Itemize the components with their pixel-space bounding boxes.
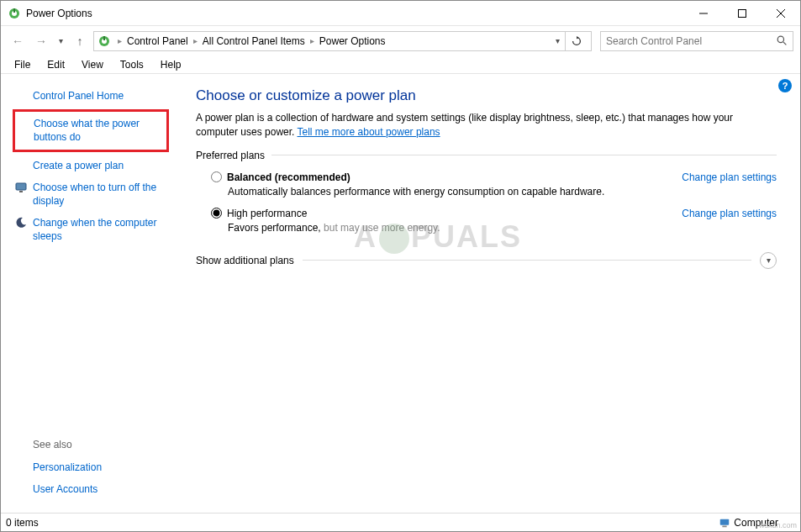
see-also-header: See also [13, 439, 169, 450]
sidebar: Control Panel Home Choose what the power… [1, 74, 177, 513]
search-box[interactable] [600, 31, 793, 51]
plan-high-performance: High performance Change plan settings Fa… [211, 208, 777, 234]
minimize-button[interactable] [684, 1, 723, 26]
menu-edit[interactable]: Edit [39, 57, 73, 72]
computer-icon [719, 517, 730, 529]
svg-line-11 [783, 42, 786, 45]
see-also-section: See also Personalization User Accounts [13, 439, 169, 501]
close-button[interactable] [761, 1, 800, 26]
navbar: ← → ▾ ↑ ▸ Control Panel ▸ All Control Pa… [1, 26, 800, 55]
page-description: A power plan is a collection of hardware… [196, 111, 777, 140]
svg-rect-13 [19, 191, 23, 192]
plan-radio-high-performance[interactable] [211, 208, 222, 219]
see-also-user-accounts[interactable]: User Accounts [13, 479, 169, 499]
breadcrumb-dropdown[interactable]: ▾ [551, 36, 565, 45]
section-label: Preferred plans [196, 150, 265, 161]
svg-rect-9 [103, 36, 105, 40]
display-icon [14, 181, 28, 194]
plan-description: Automatically balances performance with … [228, 186, 777, 198]
svg-rect-15 [723, 525, 727, 527]
plan-balanced: Balanced (recommended) Change plan setti… [211, 171, 777, 198]
plan-name[interactable]: Balanced (recommended) [227, 171, 350, 183]
attribution: wsxdn.com [759, 521, 797, 529]
power-options-icon [97, 34, 111, 48]
up-button[interactable]: ↑ [70, 31, 90, 51]
back-button[interactable]: ← [8, 31, 28, 51]
change-plan-settings[interactable]: Change plan settings [682, 208, 777, 219]
breadcrumb-item[interactable]: All Control Panel Items [201, 35, 307, 47]
menubar: File Edit View Tools Help [1, 55, 800, 74]
breadcrumb[interactable]: ▸ Control Panel ▸ All Control Panel Item… [93, 31, 592, 51]
sidebar-change-sleep[interactable]: Change when the computer sleeps [13, 213, 169, 246]
chevron-down-icon[interactable]: ▾ [760, 252, 777, 269]
plan-radio-balanced[interactable] [211, 171, 222, 182]
status-items: 0 items [6, 517, 719, 529]
refresh-button[interactable] [565, 32, 588, 50]
statusbar: 0 items Computer [1, 513, 800, 531]
change-plan-settings[interactable]: Change plan settings [682, 171, 777, 183]
sidebar-item-label: Change when the computer sleeps [33, 217, 156, 242]
svg-rect-4 [739, 9, 746, 17]
forward-button[interactable]: → [31, 31, 51, 51]
menu-help[interactable]: Help [152, 57, 190, 72]
menu-file[interactable]: File [6, 57, 39, 72]
maximize-button[interactable] [723, 1, 761, 26]
sidebar-create-plan[interactable]: Create a power plan [13, 155, 169, 176]
desc-link[interactable]: Tell me more about power plans [298, 126, 440, 138]
main-content: ? Choose or customize a power plan A pow… [177, 74, 800, 513]
show-additional-plans[interactable]: Show additional plans ▾ [196, 252, 777, 269]
sidebar-item-label: Choose when to turn off the display [33, 182, 156, 207]
plan-description: Favors performance, but may use more ene… [228, 222, 777, 234]
history-dropdown[interactable]: ▾ [55, 31, 66, 51]
chevron-right-icon: ▸ [310, 36, 314, 45]
chevron-right-icon: ▸ [193, 36, 198, 45]
additional-label: Show additional plans [196, 255, 294, 266]
see-also-personalization[interactable]: Personalization [13, 457, 169, 477]
power-options-icon [8, 7, 21, 20]
desc-text: A power plan is a collection of hardware… [196, 112, 733, 138]
search-input[interactable] [606, 35, 773, 47]
breadcrumb-item[interactable]: Control Panel [125, 35, 190, 47]
window-title: Power Options [26, 8, 684, 19]
titlebar: Power Options [1, 1, 800, 26]
svg-rect-2 [13, 8, 15, 13]
menu-view[interactable]: View [73, 57, 112, 72]
sidebar-choose-power-buttons[interactable]: Choose what the power buttons do [13, 109, 169, 151]
svg-rect-12 [16, 183, 26, 190]
breadcrumb-item[interactable]: Power Options [318, 35, 387, 47]
moon-icon [14, 216, 28, 229]
chevron-right-icon: ▸ [118, 36, 122, 45]
help-icon[interactable]: ? [778, 79, 792, 92]
page-title: Choose or customize a power plan [196, 87, 777, 104]
sidebar-turn-off-display[interactable]: Choose when to turn off the display [13, 177, 169, 211]
sidebar-home[interactable]: Control Panel Home [13, 86, 169, 106]
plan-name[interactable]: High performance [227, 208, 307, 219]
menu-tools[interactable]: Tools [112, 57, 152, 72]
preferred-plans-header: Preferred plans [196, 150, 777, 161]
svg-point-10 [777, 36, 783, 42]
search-icon[interactable] [777, 35, 788, 46]
svg-rect-14 [720, 519, 730, 524]
